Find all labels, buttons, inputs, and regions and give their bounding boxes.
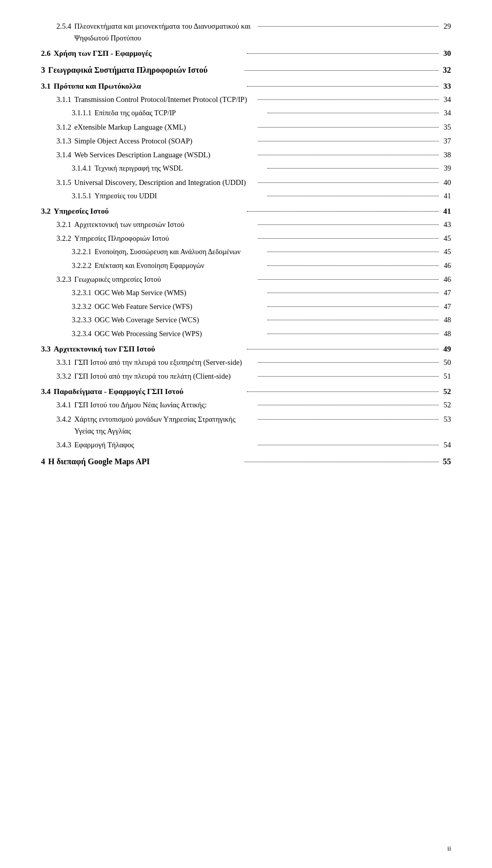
toc-dots (258, 419, 439, 420)
toc-page: 30 (441, 47, 451, 59)
toc-number: 3.1.2 (56, 121, 71, 133)
toc-number: 3.1.4 (56, 149, 71, 161)
toc-page: 35 (441, 121, 451, 133)
toc-dots (268, 334, 439, 334)
toc-dots (268, 252, 439, 252)
toc-page: 47 (441, 301, 451, 313)
toc-entry: 3.2.3.4OGC Web Processing Service (WPS)4… (41, 328, 451, 340)
toc-entry: 3Γεωγραφικά Συστήματα Πληροφοριών Ιστού3… (41, 64, 451, 77)
toc-title: eXtensible Markup Language (XML) (74, 121, 256, 133)
toc-title: Η διεπαφή Google Maps API (48, 455, 242, 468)
toc-title: Αρχιτεκτονική των υπηρεσιών Ιστού (74, 219, 256, 231)
toc-entry: 3.1.5Universal Discovery, Description an… (41, 177, 451, 189)
toc-page: 45 (441, 246, 451, 258)
toc-number: 3.1.4.1 (72, 163, 92, 174)
toc-dots (258, 99, 439, 100)
toc-number: 2.5.4 (56, 20, 71, 32)
toc-page: 41 (441, 191, 451, 202)
toc-dots (244, 462, 439, 462)
toc-entry: 3.2.2Υπηρεσίες Πληροφοριών Ιστού45 (41, 233, 451, 244)
toc-number: 3 (41, 64, 45, 77)
toc-page: 43 (441, 219, 451, 231)
toc-number: 3.1 (41, 80, 51, 92)
toc-number: 3.2.2 (56, 233, 71, 244)
toc-entry: 3.2.2.2Επέκταση και Ενοποίηση Εφαρμογών4… (41, 260, 451, 272)
toc-number: 3.4.1 (56, 399, 71, 411)
toc-entry: 3.4.2Χάρτης εντοπισμού μονάδων Υπηρεσίας… (41, 414, 451, 437)
toc-page: 47 (441, 287, 451, 299)
toc-title: Web Services Description Language (WSDL) (74, 149, 256, 161)
toc-page: 53 (441, 414, 451, 425)
toc-title: Πρότυπα και Πρωτόκολλα (54, 80, 245, 92)
toc-title: OGC Web Processing Service (WPS) (95, 328, 266, 340)
toc-number: 3.1.3 (56, 135, 71, 147)
toc-number: 3.2.2.2 (72, 260, 92, 272)
toc-number: 3.1.1.1 (72, 108, 92, 119)
toc-title: OGC Web Feature Service (WFS) (95, 301, 266, 313)
toc-title: Επέκταση και Ενοποίηση Εφαρμογών (95, 260, 266, 272)
toc-title: Πλεονεκτήματα και μειονεκτήματα του Διαν… (74, 20, 256, 44)
toc-entry: 3.2.3Γεωχωρικές υπηρεσίες Ιστού46 (41, 274, 451, 285)
toc-dots (258, 362, 439, 363)
toc-title: Υπηρεσίες Ιστού (54, 205, 245, 217)
toc-page: 45 (441, 233, 451, 244)
toc-entry: 3.1.3Simple Object Access Protocol (SOAP… (41, 135, 451, 147)
toc-entry: 3.1.4.1Τεχνική περιγραφή της WSDL39 (41, 163, 451, 174)
toc-page: 49 (441, 343, 451, 355)
toc-entry: 3.1.4Web Services Description Language (… (41, 149, 451, 161)
toc-number: 3.2.3.2 (72, 301, 92, 313)
toc-title: Ενοποίηση, Συσσώρευση και Ανάλυση Δεδομέ… (95, 246, 266, 258)
toc-dots (268, 265, 439, 266)
toc-page: 29 (441, 20, 451, 32)
toc-dots (258, 376, 439, 377)
toc-entry: 3.4Παραδείγματα - Εφαρμογές ΓΣΠ Ιστού52 (41, 385, 451, 398)
toc-dots (268, 113, 439, 113)
toc-entry: 3.2.3.2OGC Web Feature Service (WFS)47 (41, 301, 451, 313)
toc-page: 52 (441, 385, 451, 398)
toc-entry: 3.3Αρχιτεκτονική των ΓΣΠ Ιστού49 (41, 343, 451, 355)
toc-dots (268, 306, 439, 307)
toc-page: 52 (441, 399, 451, 411)
toc-dots (258, 445, 439, 445)
toc-number: 3.2.3.1 (72, 287, 92, 299)
toc-number: 3.2.1 (56, 219, 71, 231)
toc-dots (258, 26, 439, 27)
toc-entry: 3.4.1ΓΣΠ Ιστού του Δήμου Νέας Ιωνίας Αττ… (41, 399, 451, 411)
toc-title: ΓΣΠ Ιστού από την πλευρά του πελάτη (Cli… (74, 370, 256, 382)
toc-dots (247, 391, 439, 392)
toc-number: 4 (41, 455, 45, 468)
toc-entry: 3.2.2.1Ενοποίηση, Συσσώρευση και Ανάλυση… (41, 246, 451, 258)
toc-dots (258, 155, 439, 155)
toc-page: 50 (441, 357, 451, 368)
toc-dots (258, 127, 439, 128)
toc-dots (258, 238, 439, 239)
toc-dots (258, 182, 439, 183)
toc-container: 2.5.4Πλεονεκτήματα και μειονεκτήματα του… (41, 20, 451, 468)
toc-title: Simple Object Access Protocol (SOAP) (74, 135, 256, 147)
toc-page: 40 (441, 177, 451, 189)
toc-entry: 2.6Χρήση των ΓΣΠ - Εφαρμογές30 (41, 47, 451, 59)
toc-entry: 3.4.3Εφαρμογή Τήλαφος54 (41, 439, 451, 451)
toc-dots (247, 349, 439, 349)
toc-number: 3.2.3 (56, 274, 71, 285)
toc-page: 34 (441, 94, 451, 106)
toc-title: Γεωχωρικές υπηρεσίες Ιστού (74, 274, 256, 285)
toc-entry: 3.1.1Transmission Control Protocol/Inter… (41, 94, 451, 106)
toc-number: 3.1.5.1 (72, 191, 92, 202)
toc-entry: 3.3.1ΓΣΠ Ιστού από την πλευρά του εξυπηρ… (41, 357, 451, 368)
toc-title: Υπηρεσίες του UDDI (95, 191, 266, 202)
toc-title: Universal Discovery, Description and Int… (74, 177, 256, 189)
toc-page: 46 (441, 274, 451, 285)
toc-dots (258, 279, 439, 280)
toc-title: OGC Web Coverage Service (WCS) (95, 315, 266, 326)
toc-entry: 3.2Υπηρεσίες Ιστού41 (41, 205, 451, 217)
toc-dots (268, 168, 439, 169)
toc-entry: 3.3.2ΓΣΠ Ιστού από την πλευρά του πελάτη… (41, 370, 451, 382)
toc-title: Αρχιτεκτονική των ΓΣΠ Ιστού (54, 343, 245, 355)
toc-page: 46 (441, 260, 451, 272)
toc-number: 3.4.3 (56, 439, 71, 451)
toc-title: ΓΣΠ Ιστού του Δήμου Νέας Ιωνίας Αττικής: (74, 399, 256, 411)
toc-number: 3.3 (41, 343, 51, 355)
toc-dots (247, 211, 439, 212)
toc-page: 37 (441, 135, 451, 147)
